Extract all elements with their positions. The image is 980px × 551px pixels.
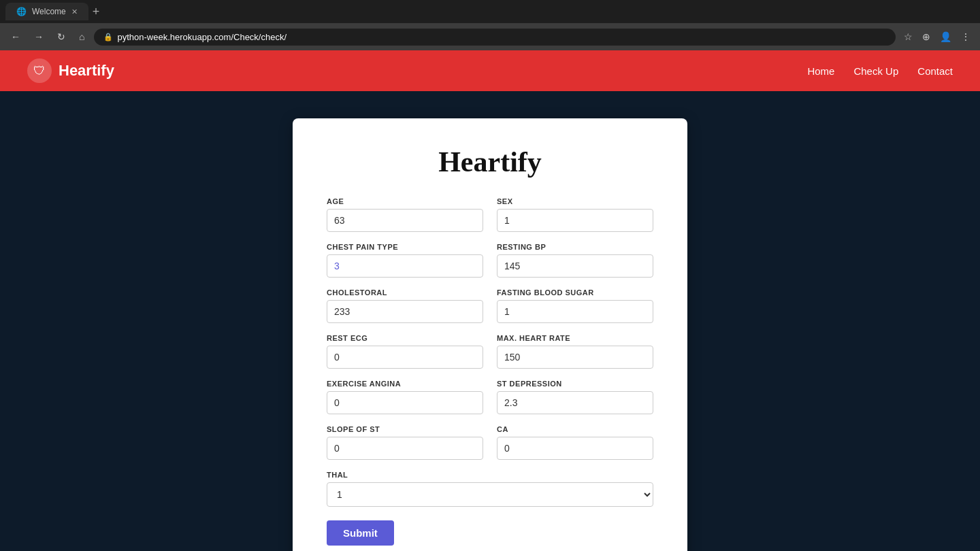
nav-home[interactable]: Home <box>807 65 834 77</box>
new-tab-button[interactable]: + <box>88 5 104 19</box>
nav-checkup[interactable]: Check Up <box>853 65 898 77</box>
form-row-6: SLOPE OF ST CA <box>327 425 653 460</box>
resting-bp-label: RESTING BP <box>497 243 653 251</box>
home-button[interactable]: ⌂ <box>75 29 88 45</box>
slope-st-label: SLOPE OF ST <box>327 425 483 433</box>
back-button[interactable]: ← <box>7 29 24 45</box>
max-hr-label: MAX. HEART RATE <box>497 334 653 342</box>
exercise-angina-label: EXERCISE ANGINA <box>327 380 483 388</box>
resting-bp-input[interactable] <box>497 254 653 278</box>
address-bar[interactable]: 🔒 <box>94 29 896 46</box>
profile-icon[interactable]: 👤 <box>937 29 954 45</box>
rest-ecg-label: REST ECG <box>327 334 483 342</box>
form-card: Heartify AGE SEX CHEST PAIN TYPE RESTING… <box>293 118 687 551</box>
tab-label: Welcome <box>32 7 66 16</box>
lock-icon: 🔒 <box>103 33 113 41</box>
chest-pain-group: CHEST PAIN TYPE <box>327 243 483 278</box>
chest-pain-label: CHEST PAIN TYPE <box>327 243 483 251</box>
cholesterol-group: CHOLESTORAL <box>327 288 483 323</box>
age-label: AGE <box>327 197 483 205</box>
cholesterol-label: CHOLESTORAL <box>327 288 483 297</box>
browser-icons: ☆ ⊕ 👤 ⋮ <box>901 29 973 45</box>
menu-icon[interactable]: ⋮ <box>958 29 973 45</box>
fasting-bs-label: FASTING BLOOD SUGAR <box>497 288 653 297</box>
tab-favicon: 🌐 <box>16 7 27 16</box>
sex-label: SEX <box>497 197 653 205</box>
max-hr-group: MAX. HEART RATE <box>497 334 653 369</box>
form-row-1: AGE SEX <box>327 197 653 232</box>
refresh-button[interactable]: ↻ <box>53 29 69 45</box>
thal-label: THAL <box>327 471 653 479</box>
navbar-brand[interactable]: 🛡 Heartify <box>27 59 114 83</box>
form-row-3: CHOLESTORAL FASTING BLOOD SUGAR <box>327 288 653 323</box>
sex-group: SEX <box>497 197 653 232</box>
st-depression-group: ST DEPRESSION <box>497 380 653 414</box>
ca-group: CA <box>497 425 653 460</box>
tab-close-icon[interactable]: ✕ <box>71 7 78 16</box>
thal-select[interactable]: 1 2 3 <box>327 482 653 507</box>
age-group: AGE <box>327 197 483 232</box>
main-content: Heartify AGE SEX CHEST PAIN TYPE RESTING… <box>0 91 980 551</box>
form-row-4: REST ECG MAX. HEART RATE <box>327 334 653 369</box>
ca-label: CA <box>497 425 653 433</box>
exercise-angina-input[interactable] <box>327 391 483 414</box>
form-title: Heartify <box>327 146 653 178</box>
st-depression-label: ST DEPRESSION <box>497 380 653 388</box>
forward-button[interactable]: → <box>30 29 48 45</box>
resting-bp-group: RESTING BP <box>497 243 653 278</box>
submit-button[interactable]: Submit <box>327 520 394 546</box>
browser-tab-active[interactable]: 🌐 Welcome ✕ <box>5 3 88 20</box>
rest-ecg-input[interactable] <box>327 346 483 369</box>
navbar-links: Home Check Up Contact <box>807 65 953 77</box>
brand-name: Heartify <box>59 62 114 80</box>
extensions-icon[interactable]: ⊕ <box>919 29 933 45</box>
brand-logo-icon: 🛡 <box>27 59 52 83</box>
star-icon[interactable]: ☆ <box>901 29 915 45</box>
sex-input[interactable] <box>497 209 653 232</box>
fasting-bs-input[interactable] <box>497 300 653 323</box>
slope-st-group: SLOPE OF ST <box>327 425 483 460</box>
form-row-2: CHEST PAIN TYPE RESTING BP <box>327 243 653 278</box>
fasting-bs-group: FASTING BLOOD SUGAR <box>497 288 653 323</box>
thal-group: THAL 1 2 3 <box>327 471 653 507</box>
cholesterol-input[interactable] <box>327 300 483 323</box>
browser-chrome: 🌐 Welcome ✕ + ← → ↻ ⌂ 🔒 ☆ ⊕ 👤 ⋮ <box>0 0 980 50</box>
nav-contact[interactable]: Contact <box>917 65 953 77</box>
exercise-angina-group: EXERCISE ANGINA <box>327 380 483 414</box>
chest-pain-input[interactable] <box>327 254 483 278</box>
form-row-5: EXERCISE ANGINA ST DEPRESSION <box>327 380 653 414</box>
url-input[interactable] <box>117 32 886 42</box>
rest-ecg-group: REST ECG <box>327 334 483 369</box>
navbar: 🛡 Heartify Home Check Up Contact <box>0 50 980 91</box>
max-hr-input[interactable] <box>497 346 653 369</box>
age-input[interactable] <box>327 209 483 232</box>
st-depression-input[interactable] <box>497 391 653 414</box>
browser-toolbar: ← → ↻ ⌂ 🔒 ☆ ⊕ 👤 ⋮ <box>0 23 980 50</box>
slope-st-input[interactable] <box>327 437 483 460</box>
browser-tabs: 🌐 Welcome ✕ + <box>0 0 980 23</box>
ca-input[interactable] <box>497 437 653 460</box>
